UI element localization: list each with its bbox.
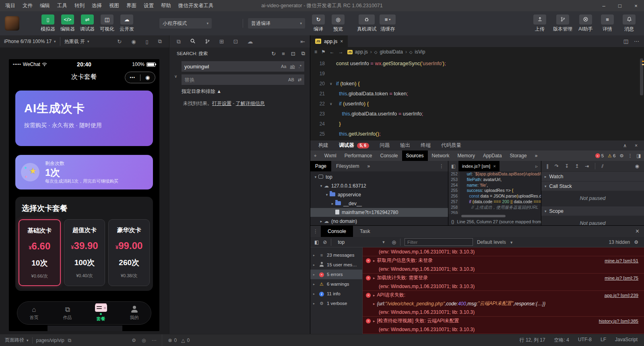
console-filter-error[interactable]: ▸×5 errors: [310, 270, 362, 279]
panel-tab-输出[interactable]: 输出: [400, 142, 410, 149]
step-out-icon[interactable]: ↥: [575, 163, 579, 169]
devtools-tab-memory[interactable]: Memory: [454, 150, 479, 161]
copy-icon[interactable]: ⧉: [68, 338, 72, 343]
copy-icon[interactable]: ⧉: [177, 38, 181, 45]
step-into-icon[interactable]: ↧: [565, 163, 569, 169]
devtools-tab-sources[interactable]: Sources: [402, 150, 428, 161]
tab-works[interactable]: ⧉作品: [51, 302, 84, 324]
tab-mine[interactable]: 我的: [118, 302, 151, 324]
navigator-tab-page[interactable]: Page: [310, 161, 331, 171]
preview-button[interactable]: ◎预览: [330, 14, 347, 33]
more-icon[interactable]: ⋯: [634, 38, 639, 44]
clear-console-icon[interactable]: ⊘: [323, 239, 327, 245]
source-code-view[interactable]: 252 url: `${app.globalData.apiBase}/uplo…: [448, 171, 541, 214]
braces-icon[interactable]: {}: [451, 219, 454, 224]
menu-item[interactable]: 选择: [88, 2, 105, 9]
eye-icon[interactable]: ◎: [392, 239, 396, 245]
console-filter-user[interactable]: ▸15 user mes…: [310, 260, 362, 270]
console-error-block[interactable]: ×▸加载统计失败: 需要登录mine.js? [sm]:75(env: Wind…: [363, 274, 644, 291]
open-settings-link[interactable]: 打开设置: [212, 101, 231, 106]
console-error-block[interactable]: ×▸获取用户信息失败: 未登录mine.js? [sm]:51(env: Win…: [363, 256, 644, 274]
step-over-icon[interactable]: ↷: [555, 163, 559, 169]
close-icon[interactable]: ×: [493, 164, 496, 169]
menu-item[interactable]: 微信开发者工具: [175, 2, 217, 9]
windows-icon[interactable]: ⧉: [158, 38, 162, 45]
close-icon[interactable]: ×: [631, 226, 644, 237]
debugger-button[interactable]: ⇌调试器: [79, 14, 96, 33]
pause-on-exceptions-icon[interactable]: ◉: [635, 163, 639, 169]
status-item[interactable]: LF: [601, 337, 606, 344]
cloud-icon[interactable]: ☁: [247, 38, 253, 45]
problem-counters[interactable]: ⊗0 △0: [168, 338, 190, 343]
search-details-toggle[interactable]: 指定目录和排除 ▲: [182, 88, 310, 95]
tree-item[interactable]: ▾top: [310, 173, 448, 181]
navigator-tab-filesystem[interactable]: Filesystem: [331, 161, 364, 171]
step-icon[interactable]: ⇥: [585, 163, 589, 169]
menu-item[interactable]: 工具: [54, 2, 71, 9]
more-icon[interactable]: •••: [125, 75, 140, 80]
more-icon[interactable]: ⋯: [151, 338, 156, 343]
breadcrumb-item[interactable]: globalData: [380, 49, 403, 55]
device-select[interactable]: iPhone 6/7/8 100% 17▾: [4, 39, 56, 44]
source-location-link[interactable]: app.js? [sm]:239: [605, 293, 638, 298]
forward-icon[interactable]: →: [339, 49, 343, 55]
mode-select[interactable]: 小程序模式▾: [159, 18, 212, 29]
status-item[interactable]: JavaScript: [615, 337, 638, 344]
kebab-menu-icon[interactable]: ⋮: [628, 153, 633, 159]
close-icon[interactable]: ×: [635, 143, 638, 148]
tree-item[interactable]: ▾☁127.0.0.1:63712: [310, 181, 448, 190]
cloud-dev-button[interactable]: ☁云开发: [118, 14, 135, 33]
clear-cache-button[interactable]: ≡▾清缓存: [379, 14, 396, 33]
dock-side-icon[interactable]: ◨: [636, 153, 641, 159]
status-item[interactable]: UTF-8: [578, 337, 592, 344]
outline-icon[interactable]: ≡: [314, 49, 317, 55]
package-card[interactable]: 超值次卡¥39.90100次¥0.40/次: [64, 219, 105, 286]
editor-button[interactable]: </>编辑器: [59, 14, 76, 33]
debug-section-watch[interactable]: ▸Watch: [541, 171, 644, 181]
bookmark-icon[interactable]: ⚑: [321, 49, 326, 55]
devtools-tab-network[interactable]: Network: [428, 150, 454, 161]
tree-item[interactable]: ▸☁(no domain): [310, 217, 448, 225]
visualization-button[interactable]: ◫可视化: [99, 14, 116, 33]
learn-more-link[interactable]: 了解详细信息: [236, 101, 265, 106]
refresh-icon[interactable]: ↻: [271, 50, 276, 57]
clear-icon[interactable]: ≡: [282, 50, 285, 57]
deactivate-breakpoints-icon[interactable]: ⫽: [601, 163, 603, 169]
warning-counter[interactable]: ⚠6: [608, 153, 615, 159]
collapse-icon[interactable]: ⇤: [300, 38, 305, 45]
drag-handle-icon[interactable]: ⋮: [310, 226, 321, 237]
compile-mode-select[interactable]: 普通编译▾: [248, 18, 305, 29]
package-card[interactable]: 基础次卡¥6.6010次¥0.66/次: [19, 219, 61, 286]
details-button[interactable]: ≡详情: [599, 14, 616, 33]
page-path-select[interactable]: 页面路径▾: [5, 337, 29, 344]
replace-input[interactable]: [184, 77, 288, 83]
debug-section-call-stack[interactable]: ▾Call Stack: [541, 181, 644, 191]
devtools-tab-console[interactable]: Console: [376, 150, 402, 161]
minimize-icon[interactable]: –: [596, 0, 612, 11]
refresh-icon[interactable]: ↻: [117, 38, 122, 45]
capsule-menu[interactable]: ••• ◉: [125, 72, 155, 83]
messages-button[interactable]: 消息: [621, 14, 638, 33]
tab-task[interactable]: Task: [353, 226, 377, 237]
newfile-icon[interactable]: ⊡: [291, 50, 295, 57]
gear-icon[interactable]: ⚙: [619, 153, 623, 159]
code-editor[interactable]: 18const userInfo = wx.getStorageSync('us…: [310, 57, 644, 140]
debug-status-icon[interactable]: ⚙: [132, 338, 136, 343]
back-icon[interactable]: ←: [330, 49, 334, 55]
hot-reload-toggle[interactable]: 热重载 开▾: [64, 38, 89, 45]
tabs-overflow[interactable]: »: [364, 161, 373, 171]
source-location-link[interactable]: mine.js? [sm]:75: [605, 276, 638, 280]
console-error-block[interactable]: (env: Windows,mp,1.06.2310071; lib: 3.10…: [363, 247, 644, 256]
menu-item[interactable]: 文件: [19, 2, 36, 9]
copy-icon[interactable]: ⧉: [301, 50, 305, 57]
panel-tab-终端[interactable]: 终端: [421, 142, 431, 149]
maximize-icon[interactable]: □: [612, 0, 628, 11]
compile-button[interactable]: ↻编译: [310, 14, 327, 33]
replace-all-icon[interactable]: ⇄: [298, 77, 301, 82]
editor-scrollbar[interactable]: [639, 58, 644, 139]
record-icon[interactable]: ◎: [142, 338, 146, 343]
tree-item[interactable]: ▸__dev__: [310, 199, 448, 208]
panel-tab-调试器[interactable]: 调试器5, 6: [339, 142, 369, 149]
branch-icon[interactable]: [205, 39, 210, 44]
pause-icon[interactable]: ∥: [546, 163, 549, 169]
